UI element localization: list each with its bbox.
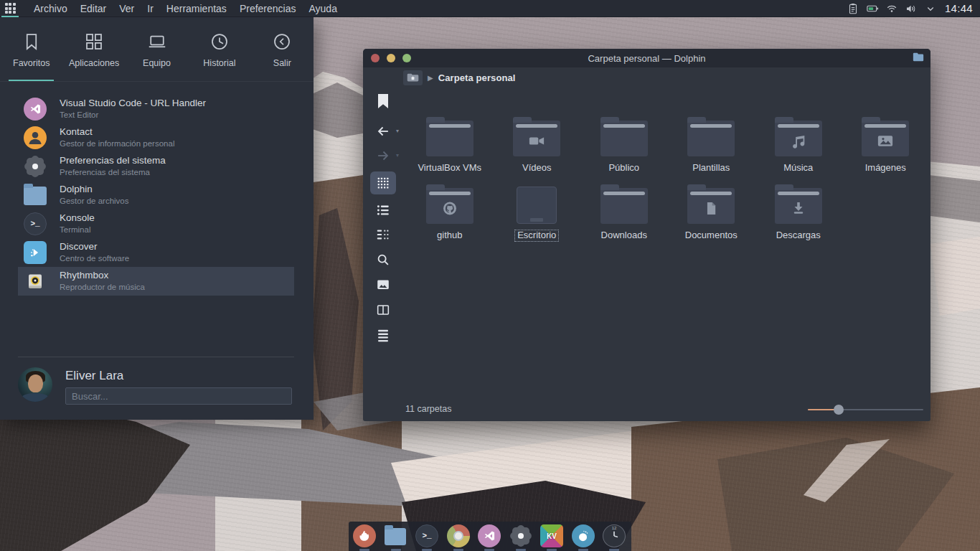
bookmark-icon (21, 31, 42, 52)
gitkraken-icon (572, 524, 595, 547)
clock[interactable]: 14:44 (945, 2, 973, 14)
app-row-discover[interactable]: DiscoverCentro de software (18, 238, 294, 267)
bookmark-icon (378, 93, 388, 109)
dolphin-sidebar: ▾▾ (363, 67, 403, 421)
vscode-icon (24, 98, 47, 121)
vscode-icon (478, 524, 501, 547)
back-icon (375, 123, 391, 139)
volume-icon[interactable] (905, 2, 918, 15)
app-row-kontact[interactable]: KontactGestor de información personal (18, 123, 294, 152)
dock-item-chromium[interactable] (447, 524, 470, 551)
zoom-slider[interactable] (808, 405, 923, 415)
video-glyph-icon (527, 131, 547, 151)
folder-label: VirtualBox VMs (415, 163, 484, 174)
tab-aplicaciones[interactable]: Aplicaciones (62, 17, 125, 81)
minimize-button[interactable] (387, 54, 395, 62)
breadcrumb: ▶ Carpeta personal (403, 70, 516, 85)
bookmark-button[interactable] (378, 93, 388, 109)
folder-tile-videos[interactable]: Vídeos (494, 112, 581, 179)
folder-tile-musica[interactable]: Música (755, 112, 842, 179)
user-avatar[interactable] (18, 367, 52, 402)
clipboard-icon[interactable] (847, 2, 859, 15)
app-launcher-button[interactable] (0, 0, 20, 17)
app-row-dolphin[interactable]: DolphinGestor de archivos (18, 181, 294, 209)
app-row-rhythmbox[interactable]: RhythmboxReproductor de música (18, 267, 294, 296)
app-description: Gestor de información personal (60, 138, 174, 149)
hamburger-button[interactable] (375, 327, 391, 343)
back-button[interactable]: ▾ (375, 123, 391, 139)
search-button[interactable] (375, 252, 391, 268)
folder-label: Descargas (774, 230, 823, 241)
folder-icon (600, 188, 648, 224)
dock-item-konsole[interactable]: >_ (415, 524, 438, 551)
folder-tile-plantillas[interactable]: Plantillas (668, 112, 755, 179)
folder-tile-imagenes[interactable]: Imágenes (842, 112, 930, 179)
menu-editar[interactable]: Editar (74, 1, 113, 17)
folder-label: Documentos (683, 230, 740, 241)
close-button[interactable] (371, 54, 380, 62)
home-folder-icon[interactable] (403, 70, 423, 85)
folder-tile-downloads[interactable]: Downloads (580, 179, 668, 247)
maximize-button[interactable] (402, 54, 411, 62)
chevron-down-icon[interactable] (924, 2, 937, 15)
app-name: Konsole (60, 212, 95, 225)
app-row-preferencias-del-sistema[interactable]: Preferencias del sistemaPreferencias del… (18, 152, 294, 181)
view-details-button[interactable] (375, 227, 391, 242)
wifi-icon[interactable] (885, 2, 898, 15)
dock-item-firefox[interactable] (353, 524, 376, 551)
app-name: Visual Studio Code - URL Handler (60, 98, 206, 110)
logout-icon (271, 31, 293, 52)
window-folder-icon (913, 52, 924, 62)
launcher-active-underline (1, 16, 19, 17)
window-titlebar[interactable]: Carpeta personal — Dolphin (363, 49, 930, 67)
system-settings-icon (509, 524, 532, 547)
view-list-button[interactable] (375, 202, 391, 218)
app-name: Kontact (60, 126, 174, 138)
hamburger-icon (375, 327, 391, 343)
zoom-slider-handle[interactable] (834, 405, 844, 415)
folder-tile-descargas[interactable]: Descargas (755, 179, 842, 247)
folder-label: Plantillas (690, 163, 732, 174)
forward-button[interactable]: ▾ (375, 148, 391, 164)
clock-app-icon: 12 (603, 524, 626, 547)
app-row-konsole[interactable]: >_KonsoleTerminal (18, 209, 294, 238)
app-name: Dolphin (60, 184, 129, 196)
tab-favoritos[interactable]: Favoritos (0, 17, 62, 81)
menu-preferencias[interactable]: Preferencias (233, 1, 303, 17)
menu-ir[interactable]: Ir (141, 1, 160, 17)
dock-item-dolphin[interactable] (385, 524, 407, 551)
folder-tile-publico[interactable]: Público (580, 112, 668, 179)
konsole-icon: >_ (24, 212, 47, 235)
battery-icon[interactable] (866, 2, 879, 15)
dock-item-gitkraken[interactable] (572, 524, 595, 551)
menu-archivo[interactable]: Archivo (27, 1, 74, 17)
preview-button[interactable] (375, 277, 391, 293)
dock: >_KV12 (349, 522, 631, 551)
dock-item-system-settings[interactable] (509, 524, 532, 551)
app-row-visual-studio-code-url-handler[interactable]: Visual Studio Code - URL HandlerText Edi… (18, 95, 294, 123)
tab-salir[interactable]: Salir (251, 17, 314, 81)
dock-item-kvantum[interactable]: KV (540, 524, 563, 551)
search-input[interactable] (65, 387, 292, 405)
tab-equipo[interactable]: Equipo (126, 17, 188, 81)
folder-tile-escritorio[interactable]: Escritorio (494, 179, 581, 247)
folder-tile-virtualbox-vms[interactable]: VirtualBox VMs (406, 112, 494, 179)
split-button[interactable] (375, 302, 391, 318)
folder-icon (775, 121, 822, 156)
dock-item-clock[interactable]: 12 (603, 524, 626, 551)
folder-label: Música (781, 163, 815, 174)
dock-item-vscode[interactable] (478, 524, 501, 551)
desktop-icon (517, 187, 557, 224)
folder-label: Vídeos (520, 163, 553, 174)
document-glyph-icon (702, 199, 721, 218)
view-details-icon (375, 227, 391, 242)
menu-ayuda[interactable]: Ayuda (302, 1, 343, 17)
menu-ver[interactable]: Ver (113, 1, 141, 17)
breadcrumb-current-folder[interactable]: Carpeta personal (438, 72, 516, 83)
rhythmbox-icon (24, 270, 47, 293)
view-grid-button[interactable] (370, 171, 396, 194)
tab-historial[interactable]: Historial (188, 17, 250, 81)
folder-tile-documentos[interactable]: Documentos (668, 179, 755, 247)
folder-tile-github[interactable]: github (406, 179, 494, 247)
menu-herramientas[interactable]: Herramientas (160, 1, 233, 17)
